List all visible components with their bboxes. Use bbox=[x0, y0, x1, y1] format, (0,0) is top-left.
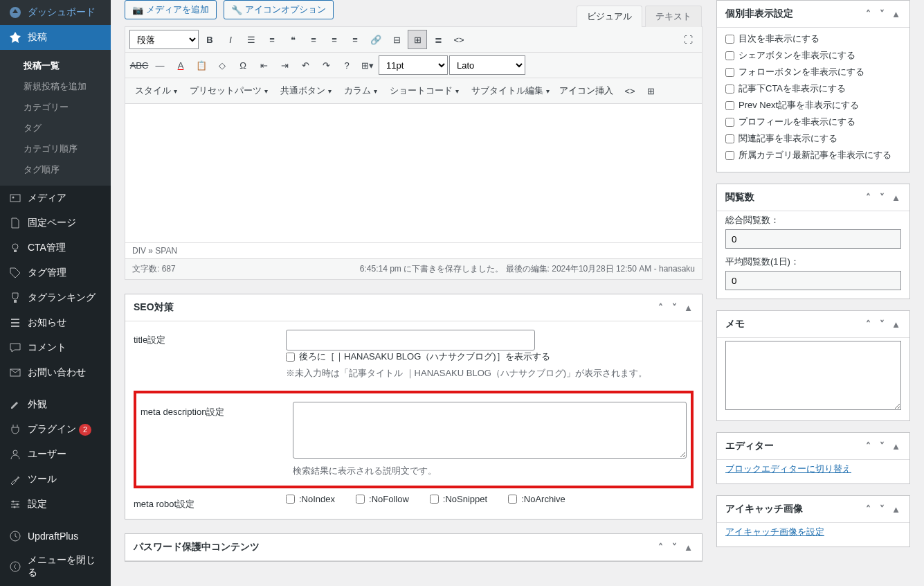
hide-cta-checkbox[interactable] bbox=[725, 85, 734, 94]
sidebar-item-tag-rank[interactable]: タグランキング bbox=[0, 285, 111, 310]
submenu-post-list[interactable]: 投稿一覧 bbox=[0, 55, 111, 76]
submenu-cat-order[interactable]: カテゴリ順序 bbox=[0, 139, 111, 159]
align-left-button[interactable]: ≡ bbox=[304, 30, 323, 49]
ul-button[interactable]: ☰ bbox=[242, 30, 261, 49]
hide-toc-checkbox[interactable] bbox=[725, 35, 734, 44]
sidebar-item-collapse[interactable]: メニューを閉じる bbox=[0, 549, 111, 585]
shortcode-dropdown[interactable]: ショートコード bbox=[384, 82, 464, 100]
outdent-button[interactable]: ⇤ bbox=[254, 55, 273, 75]
panel-down-icon[interactable]: ˅ bbox=[876, 504, 887, 515]
panel-down-icon[interactable]: ˅ bbox=[876, 8, 887, 19]
sidebar-item-appearance[interactable]: 外観 bbox=[0, 392, 111, 417]
panel-down-icon[interactable]: ˅ bbox=[876, 192, 887, 203]
panel-collapse-icon[interactable]: ▴ bbox=[890, 441, 901, 452]
panel-down-icon[interactable]: ˅ bbox=[876, 319, 887, 330]
code-button[interactable]: <> bbox=[620, 81, 640, 100]
sidebar-item-contact[interactable]: お問い合わせ bbox=[0, 360, 111, 385]
indent-button[interactable]: ⇥ bbox=[275, 55, 294, 75]
column-dropdown[interactable]: カラム bbox=[338, 82, 383, 100]
italic-button[interactable]: I bbox=[221, 30, 240, 49]
toolbar-toggle-button[interactable]: ⊞ bbox=[408, 30, 427, 49]
sidebar-item-cta[interactable]: CTA管理 bbox=[0, 236, 111, 260]
views-total-input[interactable] bbox=[725, 229, 901, 249]
panel-collapse-icon[interactable]: ▴ bbox=[890, 504, 901, 515]
hide-catlist-checkbox[interactable] bbox=[725, 151, 734, 160]
noindex-checkbox[interactable] bbox=[286, 495, 295, 504]
redo-button[interactable]: ↷ bbox=[316, 55, 336, 75]
bold-button[interactable]: B bbox=[200, 30, 219, 49]
panel-up-icon[interactable]: ˄ bbox=[862, 504, 873, 515]
title-input[interactable] bbox=[286, 330, 535, 350]
submenu-post-new[interactable]: 新規投稿を追加 bbox=[0, 76, 111, 97]
strike-button[interactable]: ABC bbox=[129, 55, 149, 75]
hide-follow-checkbox[interactable] bbox=[725, 68, 734, 77]
panel-down-icon[interactable]: ˅ bbox=[876, 441, 887, 452]
fontsize-select[interactable]: 11pt bbox=[379, 55, 448, 75]
textcolor-button[interactable]: A bbox=[171, 55, 190, 75]
tab-visual[interactable]: ビジュアル bbox=[577, 6, 642, 27]
switch-editor-link[interactable]: ブロックエディターに切り替え bbox=[725, 463, 851, 474]
nosnippet-checkbox[interactable] bbox=[430, 495, 439, 504]
sidebar-item-notice[interactable]: お知らせ bbox=[0, 310, 111, 335]
submenu-tags[interactable]: タグ bbox=[0, 118, 111, 139]
submenu-tag-order[interactable]: タグ順序 bbox=[0, 159, 111, 180]
panel-up-icon[interactable]: ˄ bbox=[862, 8, 873, 19]
specialchar-button[interactable]: Ω bbox=[233, 55, 253, 75]
panel-up-icon[interactable]: ˄ bbox=[862, 441, 873, 452]
quote-button[interactable]: ❝ bbox=[283, 30, 302, 49]
panel-down-icon[interactable]: ˅ bbox=[669, 302, 680, 313]
fontfamily-select[interactable]: Lato bbox=[449, 55, 525, 75]
sidebar-item-users[interactable]: ユーザー bbox=[0, 442, 111, 467]
sidebar-item-dashboard[interactable]: ダッシュボード bbox=[0, 0, 111, 25]
panel-up-icon[interactable]: ˄ bbox=[862, 192, 873, 203]
panel-up-icon[interactable]: ˄ bbox=[655, 542, 666, 553]
tab-text[interactable]: テキスト bbox=[645, 6, 702, 27]
panel-collapse-icon[interactable]: ▴ bbox=[890, 319, 901, 330]
panel-collapse-icon[interactable]: ▴ bbox=[890, 8, 901, 19]
sidebar-item-updraft[interactable]: UpdraftPlus bbox=[0, 524, 111, 549]
sidebar-item-media[interactable]: メディア bbox=[0, 186, 111, 211]
noarchive-checkbox[interactable] bbox=[508, 495, 517, 504]
views-avg-input[interactable] bbox=[725, 271, 901, 290]
align-center-button[interactable]: ≡ bbox=[325, 30, 344, 49]
submenu-categories[interactable]: カテゴリー bbox=[0, 97, 111, 118]
undo-button[interactable]: ↶ bbox=[296, 55, 315, 75]
hide-share-checkbox[interactable] bbox=[725, 51, 734, 60]
memo-textarea[interactable] bbox=[725, 341, 901, 410]
panel-collapse-icon[interactable]: ▴ bbox=[890, 192, 901, 203]
meta-description-textarea[interactable] bbox=[293, 402, 687, 459]
more-button[interactable]: ⊟ bbox=[387, 30, 406, 49]
hide-related-checkbox[interactable] bbox=[725, 134, 734, 143]
paste-button[interactable]: 📋 bbox=[192, 55, 211, 75]
page-break-button[interactable]: ≣ bbox=[428, 30, 448, 49]
sidebar-item-tag-mgmt[interactable]: タグ管理 bbox=[0, 260, 111, 285]
button-dropdown[interactable]: 共通ボタン bbox=[275, 82, 337, 100]
hr-button[interactable]: — bbox=[150, 55, 170, 75]
format-select[interactable]: 段落 bbox=[129, 30, 199, 49]
hide-profile-checkbox[interactable] bbox=[725, 118, 734, 127]
hide-prevnext-checkbox[interactable] bbox=[725, 101, 734, 110]
sidebar-item-tools[interactable]: ツール bbox=[0, 467, 111, 492]
clear-button[interactable]: ◇ bbox=[212, 55, 232, 75]
ol-button[interactable]: ≡ bbox=[262, 30, 282, 49]
panel-up-icon[interactable]: ˄ bbox=[655, 302, 666, 313]
subtitle-button[interactable]: サブタイトル編集 bbox=[466, 82, 552, 100]
sidebar-item-settings[interactable]: 設定 bbox=[0, 492, 111, 517]
align-right-button[interactable]: ≡ bbox=[345, 30, 365, 49]
panel-up-icon[interactable]: ˄ bbox=[862, 319, 873, 330]
panel-collapse-icon[interactable]: ▴ bbox=[682, 542, 694, 553]
panel-down-icon[interactable]: ˅ bbox=[669, 542, 680, 553]
sidebar-item-pages[interactable]: 固定ページ bbox=[0, 211, 111, 236]
preset-dropdown[interactable]: プリセットパーツ bbox=[184, 82, 273, 100]
sidebar-item-plugins[interactable]: プラグイン2 bbox=[0, 417, 111, 442]
table-button[interactable]: ⊞▾ bbox=[358, 55, 377, 75]
style-dropdown[interactable]: スタイル bbox=[129, 82, 183, 100]
title-suffix-checkbox[interactable] bbox=[286, 353, 295, 362]
nofollow-checkbox[interactable] bbox=[356, 495, 365, 504]
grid-button[interactable]: ⊞ bbox=[641, 81, 660, 100]
sidebar-item-comments[interactable]: コメント bbox=[0, 335, 111, 360]
editor-textarea[interactable] bbox=[125, 104, 702, 242]
link-button[interactable]: 🔗 bbox=[366, 30, 386, 49]
fullscreen-button[interactable]: ⛶ bbox=[678, 30, 698, 49]
set-thumbnail-link[interactable]: アイキャッチ画像を設定 bbox=[725, 526, 824, 537]
